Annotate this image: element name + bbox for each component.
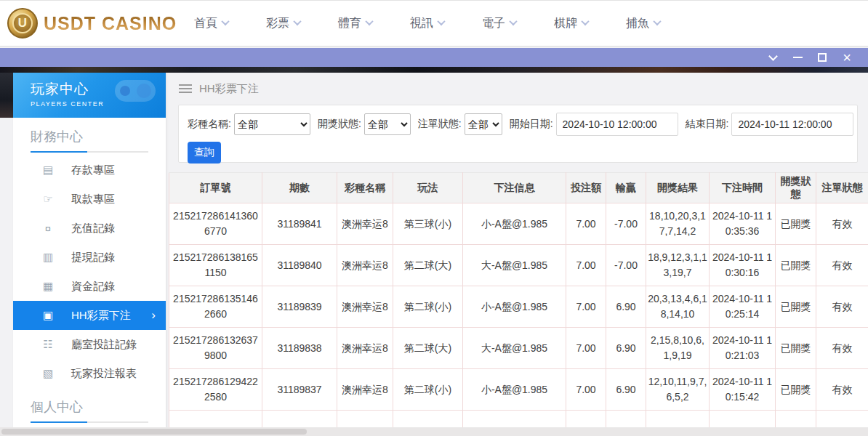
main-content: HH彩票下注 彩種名稱: 全部 開獎狀態: 全部 注單狀態: 全部 開始日期: … xyxy=(169,73,868,436)
nav-item-chess-cards[interactable]: 棋牌 xyxy=(554,16,588,31)
nav-label: 彩票 xyxy=(266,16,289,31)
sidebar-item-label: 存款專區 xyxy=(71,164,115,177)
draw-status-label: 開獎狀態: xyxy=(318,118,361,131)
table-cell: 有效 xyxy=(816,245,868,286)
table-cell: 31189841 xyxy=(262,203,337,245)
window-maximize-button[interactable] xyxy=(810,48,835,67)
table-cell: 已開獎 xyxy=(776,328,816,369)
table-cell: 有效 xyxy=(816,286,868,328)
section-title-finance-center: 財務中心 xyxy=(31,128,166,145)
table-cell: 已開獎 xyxy=(776,369,816,411)
column-header: 開獎結果 xyxy=(646,173,710,203)
logo[interactable]: U USDT CASINO xyxy=(7,8,178,39)
table-header-row: 訂單號期數彩種名稱玩法下注信息投注額輸贏開獎結果下注時間開獎狀態注單狀態 xyxy=(169,173,868,203)
table-row: 215217286141360677031189841澳洲幸运8第三球(小)小-… xyxy=(169,203,868,245)
nav-item-lottery[interactable]: 彩票 xyxy=(266,16,300,31)
gamepad-icon xyxy=(115,80,156,102)
lottery-name-select[interactable]: 全部 xyxy=(234,113,310,135)
sidebar-item-label: 廳室投註記錄 xyxy=(71,338,137,352)
table-body: 215217286141360677031189841澳洲幸运8第三球(小)小-… xyxy=(169,203,868,432)
nav-item-sports[interactable]: 體育 xyxy=(338,16,372,31)
draw-status-select[interactable]: 全部 xyxy=(364,113,411,135)
sidebar-item-hh-lottery-bets[interactable]: ▣HH彩票下注› xyxy=(13,301,166,330)
hamburger-menu-icon[interactable] xyxy=(179,84,192,93)
table-cell: 第二球(小) xyxy=(393,369,463,411)
nav-label: 體育 xyxy=(338,16,361,31)
horizontal-scrollbar[interactable] xyxy=(0,427,868,436)
money-bag-icon: ¤ xyxy=(41,222,55,235)
window-minimize-button[interactable] xyxy=(785,48,810,67)
chevron-down-icon xyxy=(221,17,229,25)
table-cell: 31189840 xyxy=(262,245,337,286)
nav-item-home[interactable]: 首頁 xyxy=(194,16,228,31)
sidebar-item-label: 充值記錄 xyxy=(71,222,115,235)
sidebar-item-withdrawal-records[interactable]: ▥提現記錄 xyxy=(13,243,166,272)
bets-table-panel: 訂單號期數彩種名稱玩法下注信息投注額輸贏開獎結果下注時間開獎狀態注單狀態 215… xyxy=(169,172,868,432)
sidebar: 玩家中心 PLAYERS CENTER 財務中心▤存款專區☞取款專區¤充值記錄▥… xyxy=(13,73,166,436)
chevron-down-icon xyxy=(509,17,517,25)
table-cell: 第二球(小) xyxy=(393,286,463,328)
chevron-down-icon xyxy=(768,52,778,61)
table-cell: 20,3,13,4,6,18,14,10 xyxy=(646,286,710,328)
table-cell: 2024-10-11 10:25:14 xyxy=(710,286,776,328)
sidebar-item-funds-records[interactable]: ▦資金記錄 xyxy=(13,272,166,301)
order-status-label: 注單狀態: xyxy=(418,118,462,131)
table-cell: 2152172861326379800 xyxy=(169,328,262,369)
table-cell: 7.00 xyxy=(566,245,606,286)
nav-item-fishing[interactable]: 捕魚 xyxy=(626,16,660,31)
sidebar-item-deposit-area[interactable]: ▤存款專區 xyxy=(13,156,166,185)
chevron-down-icon xyxy=(293,17,301,25)
sidebar-item-withdraw-area[interactable]: ☞取款專區 xyxy=(13,185,166,214)
start-date-input[interactable] xyxy=(556,113,678,136)
order-status-select[interactable]: 全部 xyxy=(465,113,502,135)
chevron-right-icon: › xyxy=(151,308,156,323)
table-cell: 有效 xyxy=(816,328,868,369)
scrollbar-thumb[interactable] xyxy=(1,429,307,435)
query-button[interactable]: 查詢 xyxy=(188,142,221,164)
column-header: 下注信息 xyxy=(463,173,566,203)
table-cell: 已開獎 xyxy=(776,286,816,328)
decorative-left-strip xyxy=(0,73,13,118)
sidebar-item-label: 玩家投注報表 xyxy=(71,367,137,381)
table-cell: 澳洲幸运8 xyxy=(337,286,393,328)
section-divider xyxy=(31,151,148,153)
report-chart-icon: ▧ xyxy=(41,367,55,380)
table-cell: 18,9,12,3,1,13,19,7 xyxy=(646,245,710,286)
column-header: 開獎狀態 xyxy=(776,173,816,203)
withdraw-hand-icon: ☞ xyxy=(41,193,55,206)
table-cell: 6.90 xyxy=(606,286,646,328)
section-title-personal-center: 個人中心 xyxy=(31,398,166,416)
column-header: 彩種名稱 xyxy=(337,173,393,203)
sidebar-item-label: 提現記錄 xyxy=(71,251,115,265)
sidebar-header: 玩家中心 PLAYERS CENTER xyxy=(13,73,166,118)
nav-item-live-video[interactable]: 視訊 xyxy=(410,16,444,31)
sidebar-item-room-bet-records[interactable]: ☷廳室投註記錄 xyxy=(13,330,166,359)
window-close-button[interactable]: × xyxy=(835,48,859,67)
table-cell: 2152172861351462660 xyxy=(169,286,262,328)
table-cell: 7.00 xyxy=(566,369,606,411)
table-cell: 12,10,11,9,7,6,5,2 xyxy=(646,369,710,411)
list-icon: ☷ xyxy=(41,338,55,351)
table-cell: 第二球(大) xyxy=(393,328,463,369)
table-row: 215217286132637980031189838澳洲幸运8第二球(大)大-… xyxy=(169,328,868,369)
nav-label: 捕魚 xyxy=(626,16,649,31)
maximize-icon xyxy=(818,53,827,62)
ledger-icon: ▣ xyxy=(41,309,55,322)
sidebar-item-label: 取款專區 xyxy=(71,193,115,206)
sidebar-item-label: HH彩票下注 xyxy=(71,309,131,323)
end-date-input[interactable] xyxy=(731,113,853,136)
column-header: 下注時間 xyxy=(710,173,776,203)
table-cell: 31189837 xyxy=(262,369,337,411)
sidebar-item-player-bet-report[interactable]: ▧玩家投注報表 xyxy=(13,359,166,388)
column-header: 注單狀態 xyxy=(816,173,868,203)
table-cell: 第三球(小) xyxy=(393,203,463,245)
nav-item-slots[interactable]: 電子 xyxy=(482,16,516,31)
table-cell: 有效 xyxy=(816,203,868,245)
chevron-down-icon xyxy=(653,17,661,25)
sidebar-item-recharge-records[interactable]: ¤充值記錄 xyxy=(13,214,166,243)
window-collapse-button[interactable] xyxy=(760,48,785,67)
minimize-icon xyxy=(793,57,803,58)
table-cell: 2,15,8,10,6,1,9,19 xyxy=(646,328,710,369)
table-cell: 18,10,20,3,17,7,14,2 xyxy=(646,203,710,245)
usdt-coin-icon: U xyxy=(7,8,38,39)
